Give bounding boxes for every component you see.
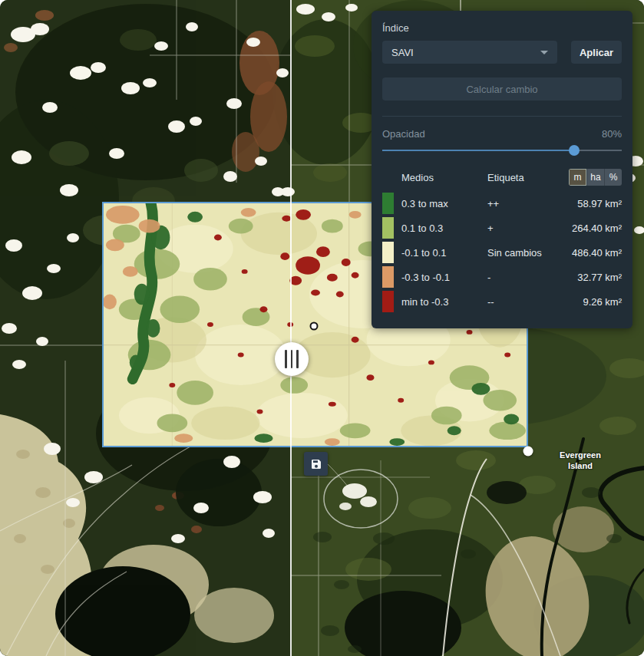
legend-swatch [382,291,394,312]
legend-label: Sin cambios [487,247,572,259]
legend-label: -- [487,296,583,308]
legend-header-means: Medios [401,172,487,183]
legend-swatch [382,266,394,288]
apply-button[interactable]: Aplicar [571,41,622,64]
opacity-label: Opacidad [382,128,425,140]
map-point-marker[interactable] [310,322,319,331]
legend-range: min to -0.3 [401,296,487,308]
drag-bars-icon [285,350,287,368]
chevron-down-icon [540,51,548,54]
legend-row: -0.1 to 0.1 Sin cambios 486.40 km² [382,240,622,265]
legend-label: ++ [487,198,577,209]
map-view: Evergreen Island Índice SAVI Aplicar Cal… [0,0,644,656]
legend-range: -0.1 to 0.1 [401,247,487,259]
legend-swatch [382,242,394,263]
legend-area: 9.26 km² [583,296,622,308]
opacity-value: 80% [602,128,622,140]
save-aoi-button[interactable] [304,452,328,476]
opacity-slider[interactable] [382,145,622,156]
legend-row: 0.3 to max ++ 58.97 km² [382,191,622,216]
opacity-slider-fill [382,150,574,151]
legend-area: 264.40 km² [572,223,622,234]
legend-row: 0.1 to 0.3 + 264.40 km² [382,216,622,240]
legend: 0.3 to max ++ 58.97 km² 0.1 to 0.3 + 264… [382,191,622,314]
opacity-slider-thumb[interactable] [569,145,580,156]
index-panel: Índice SAVI Aplicar Calcular cambio Opac… [372,11,632,328]
legend-label: - [487,272,577,283]
unit-toggle-m[interactable]: m [569,169,586,186]
legend-header-etiqueta: Etiqueta [487,172,569,183]
unit-toggle: m ha % [569,169,622,186]
aoi-vertex-handle[interactable] [523,447,533,457]
index-dropdown-value: SAVI [391,47,414,58]
legend-row: min to -0.3 -- 9.26 km² [382,289,622,314]
legend-range: -0.3 to -0.1 [401,272,487,283]
index-dropdown[interactable]: SAVI [382,41,557,64]
legend-swatch [382,193,394,214]
legend-area: 32.77 km² [577,272,622,283]
compare-slider-handle[interactable] [275,342,309,376]
legend-range: 0.3 to max [401,198,487,209]
compare-divider-line [290,0,292,656]
save-icon [310,458,322,470]
unit-toggle-ha[interactable]: ha [586,169,604,186]
index-label: Índice [382,22,622,34]
calc-change-button[interactable]: Calcular cambio [382,77,622,101]
legend-row: -0.3 to -0.1 - 32.77 km² [382,265,622,289]
legend-range: 0.1 to 0.3 [401,223,487,234]
map-label-evergreen-island: Evergreen Island [553,450,608,472]
panel-divider [382,116,622,117]
legend-area: 58.97 km² [577,198,622,209]
legend-label: + [487,223,572,234]
unit-toggle-percent[interactable]: % [604,169,622,186]
legend-swatch [382,217,394,239]
legend-area: 486.40 km² [572,247,622,259]
